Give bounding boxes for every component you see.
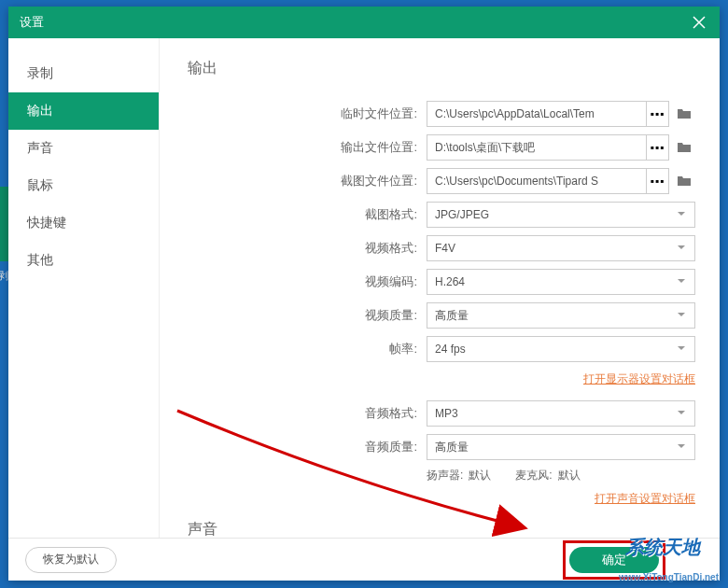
chevron-down-icon — [676, 275, 687, 289]
aud-q-select[interactable]: 高质量 — [427, 434, 695, 460]
vid-q-select[interactable]: 高质量 — [427, 302, 695, 329]
temp-field[interactable]: C:\Users\pc\AppData\Local\Tem — [427, 101, 647, 127]
chevron-down-icon — [676, 343, 687, 357]
speaker-label: 扬声器: — [427, 468, 463, 483]
vid-enc-select[interactable]: H.264 — [427, 269, 695, 295]
sidebar-item-output[interactable]: 输出 — [8, 92, 159, 130]
row-temp: 临时文件位置: C:\Users\pc\AppData\Local\Tem ▪▪… — [188, 101, 695, 127]
chevron-down-icon — [676, 407, 687, 421]
speaker-row: 扬声器: 默认 麦克风: 默认 — [188, 468, 695, 483]
chevron-down-icon — [676, 441, 687, 455]
folder-icon — [677, 141, 692, 154]
folder-icon — [677, 107, 692, 120]
out-label: 输出文件位置: — [188, 139, 427, 156]
row-vid-enc: 视频编码: H.264 — [188, 269, 695, 295]
row-out: 输出文件位置: D:\tools\桌面\下载吧 ▪▪▪ — [188, 134, 695, 161]
body: 录制 输出 声音 鼠标 快捷键 其他 输出 临时文件位置: C:\Users\p… — [8, 38, 720, 538]
bg-decoration — [0, 187, 8, 261]
ok-highlight: 确定 — [563, 540, 665, 580]
vid-fmt-select[interactable]: F4V — [427, 235, 695, 261]
out-field[interactable]: D:\tools\桌面\下载吧 — [427, 134, 647, 161]
shot-field[interactable]: C:\Users\pc\Documents\Tipard S — [427, 168, 647, 194]
sidebar-item-shortcut[interactable]: 快捷键 — [8, 204, 159, 242]
mic-label: 麦克风: — [515, 468, 552, 483]
chevron-down-icon — [676, 242, 687, 256]
sidebar-item-sound[interactable]: 声音 — [8, 130, 159, 167]
shot-fmt-value: JPG/JPEG — [435, 208, 489, 221]
row-aud-fmt: 音频格式: MP3 — [188, 400, 695, 427]
close-icon — [693, 16, 706, 29]
fps-value: 24 fps — [435, 343, 466, 356]
aud-q-value: 高质量 — [435, 440, 469, 455]
close-button[interactable] — [679, 7, 720, 38]
chevron-down-icon — [676, 208, 687, 222]
temp-open-folder-button[interactable] — [673, 101, 695, 127]
section-sound-title: 声音 — [188, 520, 695, 538]
aud-q-label: 音频质量: — [188, 439, 427, 455]
row-aud-q: 音频质量: 高质量 — [188, 434, 695, 460]
titlebar: 设置 — [8, 7, 720, 38]
display-settings-link[interactable]: 打开显示器设置对话框 — [583, 372, 695, 385]
footer: 恢复为默认 确定 — [8, 538, 720, 581]
folder-icon — [677, 175, 692, 188]
fps-label: 帧率: — [188, 341, 427, 357]
row-vid-q: 视频质量: 高质量 — [188, 302, 695, 329]
speaker-value: 默认 — [469, 468, 491, 483]
display-link-row: 打开显示器设置对话框 — [188, 370, 695, 387]
sidebar-item-other[interactable]: 其他 — [8, 242, 159, 279]
mic-value: 默认 — [558, 468, 581, 483]
temp-browse-button[interactable]: ▪▪▪ — [647, 101, 669, 127]
content: 输出 临时文件位置: C:\Users\pc\AppData\Local\Tem… — [160, 38, 720, 538]
shot-open-folder-button[interactable] — [673, 168, 695, 194]
out-browse-button[interactable]: ▪▪▪ — [647, 134, 669, 161]
settings-window: 设置 录制 输出 声音 鼠标 快捷键 其他 输出 临时文件位置: C:\User… — [8, 7, 720, 581]
row-vid-fmt: 视频格式: F4V — [188, 235, 695, 261]
vid-fmt-label: 视频格式: — [188, 240, 427, 257]
sidebar: 录制 输出 声音 鼠标 快捷键 其他 — [8, 38, 160, 538]
restore-defaults-button[interactable]: 恢复为默认 — [25, 547, 117, 573]
vid-q-value: 高质量 — [435, 308, 469, 324]
shot-browse-button[interactable]: ▪▪▪ — [647, 168, 669, 194]
row-fps: 帧率: 24 fps — [188, 336, 695, 362]
sound-link-row: 打开声音设置对话框 — [188, 489, 695, 507]
bg-text: 剥 — [0, 269, 8, 283]
temp-label: 临时文件位置: — [188, 105, 427, 122]
vid-enc-value: H.264 — [435, 275, 465, 288]
sidebar-item-record[interactable]: 录制 — [8, 55, 159, 92]
shot-fmt-select[interactable]: JPG/JPEG — [427, 202, 695, 228]
shot-label: 截图文件位置: — [188, 173, 427, 189]
section-output-title: 输出 — [188, 59, 695, 78]
shot-fmt-label: 截图格式: — [188, 206, 427, 223]
vid-enc-label: 视频编码: — [188, 273, 427, 290]
chevron-down-icon — [676, 309, 687, 323]
vid-fmt-value: F4V — [435, 242, 455, 255]
aud-fmt-select[interactable]: MP3 — [427, 400, 695, 427]
row-shot-fmt: 截图格式: JPG/JPEG — [188, 202, 695, 228]
vid-q-label: 视频质量: — [188, 307, 427, 324]
fps-select[interactable]: 24 fps — [427, 336, 695, 362]
sidebar-item-mouse[interactable]: 鼠标 — [8, 167, 159, 204]
aud-fmt-label: 音频格式: — [188, 405, 427, 422]
window-title: 设置 — [20, 14, 44, 31]
out-open-folder-button[interactable] — [673, 134, 695, 161]
sound-settings-link[interactable]: 打开声音设置对话框 — [595, 492, 695, 505]
row-shot: 截图文件位置: C:\Users\pc\Documents\Tipard S ▪… — [188, 168, 695, 194]
ok-button[interactable]: 确定 — [569, 547, 659, 573]
aud-fmt-value: MP3 — [435, 407, 458, 420]
